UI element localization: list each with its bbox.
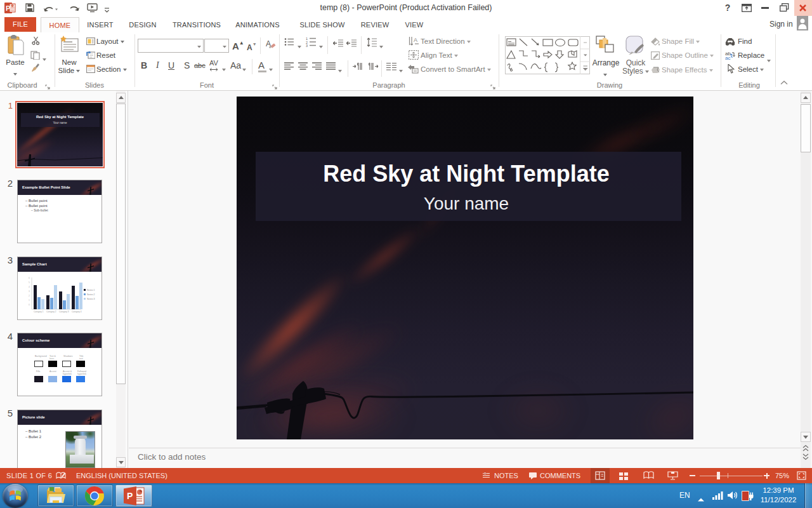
svg-text:3: 3 xyxy=(306,44,308,47)
svg-text:Series 2: Series 2 xyxy=(87,293,95,296)
svg-text:Category 4: Category 4 xyxy=(72,311,82,313)
svg-text:6: 6 xyxy=(29,277,30,279)
svg-text:Category 3: Category 3 xyxy=(59,311,69,313)
svg-text:1: 1 xyxy=(29,299,30,302)
svg-text:5: 5 xyxy=(29,281,30,284)
svg-text:2: 2 xyxy=(29,295,30,297)
svg-text:P: P xyxy=(127,491,133,501)
svg-text:3: 3 xyxy=(29,290,30,293)
svg-text:0: 0 xyxy=(29,304,30,306)
svg-text:ac: ac xyxy=(725,55,730,60)
svg-text:A: A xyxy=(414,37,417,43)
svg-text:Series 1: Series 1 xyxy=(87,289,95,291)
svg-text:P: P xyxy=(6,4,10,12)
svg-text:4: 4 xyxy=(29,286,30,288)
svg-text:Category 1: Category 1 xyxy=(34,311,44,313)
svg-text:Category 2: Category 2 xyxy=(46,311,56,313)
svg-text:Series 3: Series 3 xyxy=(87,298,95,300)
